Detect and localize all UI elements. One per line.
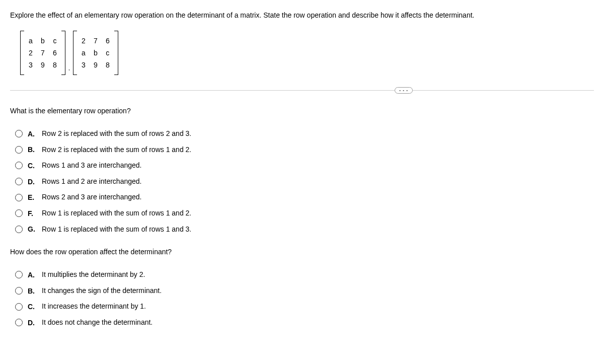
radio-icon: [15, 146, 23, 154]
radio-icon: [15, 178, 23, 185]
option-letter: B.: [28, 287, 37, 295]
option-f[interactable]: F. Row 1 is replaced with the sum of row…: [15, 208, 594, 219]
option-text: Rows 1 and 3 are interchanged.: [42, 161, 141, 171]
option-letter: C.: [28, 303, 37, 311]
radio-icon: [15, 194, 23, 201]
option-letter: B.: [28, 145, 37, 154]
matrix-cell: 9: [39, 61, 46, 69]
question-1-options: A. Row 2 is replaced with the sum of row…: [15, 129, 594, 234]
divider-line: [10, 90, 594, 91]
option-d[interactable]: D. It does not change the determinant.: [15, 318, 594, 328]
matrix-cell: 3: [80, 61, 87, 69]
matrix-cell: 8: [104, 61, 111, 69]
option-a[interactable]: A. Row 2 is replaced with the sum of row…: [15, 129, 594, 139]
matrix-cell: 6: [104, 37, 111, 45]
question-1-prompt: What is the elementary row operation?: [10, 106, 594, 116]
option-text: It multiplies the determinant by 2.: [42, 270, 145, 280]
option-text: Row 2 is replaced with the sum of rows 1…: [42, 145, 191, 155]
option-c[interactable]: C. It increases the determinant by 1.: [15, 302, 594, 312]
option-a[interactable]: A. It multiplies the determinant by 2.: [15, 270, 594, 280]
intro-text: Explore the effect of an elementary row …: [10, 10, 594, 21]
matrix-cell: 7: [39, 49, 46, 57]
option-letter: C.: [28, 162, 37, 170]
bracket-right: [61, 31, 65, 75]
option-letter: F.: [28, 209, 37, 217]
matrix-cell: b: [39, 37, 46, 45]
matrix-1: a b c 2 7 6 3 9 8: [20, 31, 65, 75]
radio-icon: [15, 130, 23, 137]
matrix-cell: b: [92, 49, 99, 57]
matrix-cell: 6: [51, 49, 58, 57]
option-letter: A.: [28, 130, 37, 138]
option-text: Row 1 is replaced with the sum of rows 1…: [42, 225, 191, 235]
divider: • • •: [10, 90, 594, 91]
matrix-cell: a: [80, 49, 87, 57]
option-text: It does not change the determinant.: [42, 318, 153, 328]
option-g[interactable]: G. Row 1 is replaced with the sum of row…: [15, 225, 594, 235]
option-text: Row 1 is replaced with the sum of rows 1…: [42, 208, 191, 219]
question-2-options: A. It multiplies the determinant by 2. B…: [15, 270, 594, 327]
bracket-left: [73, 31, 77, 75]
bracket-right: [114, 31, 118, 75]
option-text: Rows 2 and 3 are interchanged.: [42, 192, 141, 202]
matrix-cell: 9: [92, 61, 99, 69]
option-e[interactable]: E. Rows 2 and 3 are interchanged.: [15, 192, 594, 202]
radio-icon: [15, 162, 23, 169]
radio-icon: [15, 226, 23, 233]
matrix-cell: 3: [27, 61, 34, 69]
radio-icon: [15, 319, 23, 326]
more-dots-button[interactable]: • • •: [395, 87, 413, 94]
radio-icon: [15, 209, 23, 217]
matrix-cell: c: [51, 37, 58, 45]
matrix-cell: 8: [51, 61, 58, 69]
matrix-cell: 2: [27, 49, 34, 57]
option-b[interactable]: B. Row 2 is replaced with the sum of row…: [15, 145, 594, 155]
option-b[interactable]: B. It changes the sign of the determinan…: [15, 286, 594, 296]
matrix-cell: c: [104, 49, 111, 57]
option-text: Row 2 is replaced with the sum of rows 2…: [42, 129, 191, 139]
matrix-2-content: 2 7 6 a b c 3 9 8: [77, 31, 114, 75]
option-letter: A.: [28, 271, 37, 279]
radio-icon: [15, 303, 23, 311]
bracket-left: [20, 31, 24, 75]
radio-icon: [15, 287, 23, 295]
option-text: It increases the determinant by 1.: [42, 302, 146, 312]
matrix-cell: 2: [80, 37, 87, 45]
option-letter: E.: [28, 193, 37, 201]
option-letter: D.: [28, 319, 37, 327]
matrix-1-content: a b c 2 7 6 3 9 8: [24, 31, 61, 75]
option-letter: D.: [28, 178, 37, 186]
option-d[interactable]: D. Rows 1 and 2 are interchanged.: [15, 177, 594, 187]
question-2-prompt: How does the row operation affect the de…: [10, 247, 594, 257]
option-text: Rows 1 and 2 are interchanged.: [42, 177, 141, 187]
option-c[interactable]: C. Rows 1 and 3 are interchanged.: [15, 161, 594, 171]
radio-icon: [15, 271, 23, 278]
matrix-2: 2 7 6 a b c 3 9 8: [73, 31, 118, 75]
option-text: It changes the sign of the determinant.: [42, 286, 162, 296]
matrix-cell: a: [27, 37, 34, 45]
matrix-cell: 7: [92, 37, 99, 45]
matrices: a b c 2 7 6 3 9 8 , 2 7 6: [20, 31, 594, 75]
matrix-separator: ,: [68, 65, 70, 75]
option-letter: G.: [28, 225, 37, 233]
